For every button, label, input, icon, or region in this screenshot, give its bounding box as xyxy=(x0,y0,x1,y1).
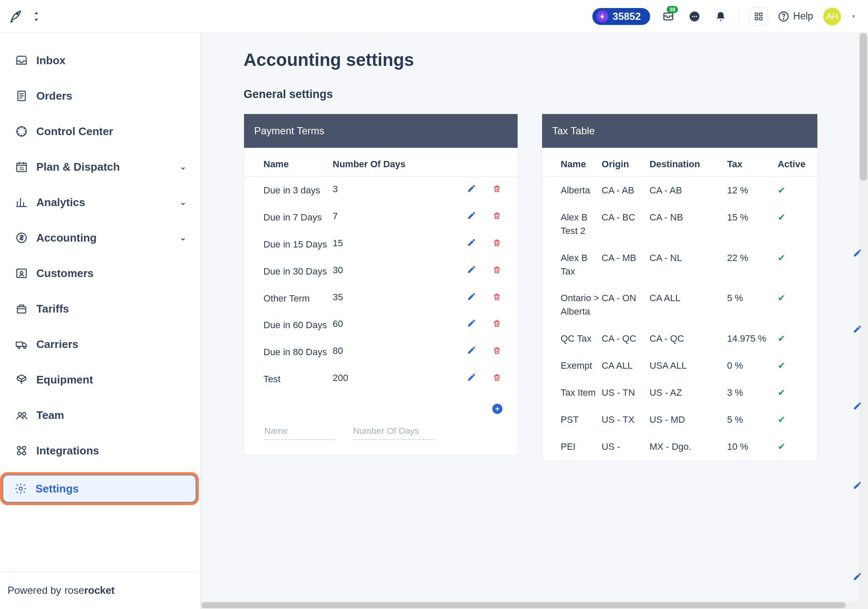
dollar-icon xyxy=(14,231,29,245)
powered-by-brand[interactable]: roserocket xyxy=(65,585,115,596)
help-button[interactable]: Help xyxy=(778,11,813,22)
inbox-topbar-icon[interactable]: 38 xyxy=(660,8,676,24)
tax-dest: CA ALL xyxy=(649,285,727,325)
customer-icon xyxy=(14,266,29,280)
svg-rect-19 xyxy=(17,307,26,313)
main: Accounting settings General settings Pay… xyxy=(201,33,868,609)
control-icon xyxy=(14,124,29,139)
delete-payment-term-button[interactable] xyxy=(491,373,503,382)
tax-pct: 15 % xyxy=(727,204,778,245)
orders-icon xyxy=(14,89,29,103)
payment-term-row: Due in 30 Days30 xyxy=(244,258,518,285)
edit-payment-term-button[interactable] xyxy=(465,372,478,382)
tax-row: QC TaxCA - QCCA - QC14.975 %✔ xyxy=(542,325,817,352)
sidebar-item-label: Accounting xyxy=(36,231,172,245)
tax-row: Alex B TaxCA - MBCA - NL22 %✔ xyxy=(542,245,817,285)
tax-active: ✔ xyxy=(778,204,817,245)
sidebar-item-customers[interactable]: Customers xyxy=(0,262,201,285)
tax-active: ✔ xyxy=(778,177,817,204)
delete-payment-term-button[interactable] xyxy=(491,212,503,220)
bell-icon[interactable] xyxy=(713,8,729,24)
sidebar-item-analytics[interactable]: Analytics⌄ xyxy=(0,191,201,214)
tax-origin: CA - BC xyxy=(602,204,649,245)
new-term-name-input[interactable] xyxy=(263,422,335,440)
pt-name: Due in 80 Days xyxy=(244,339,333,366)
page-title: Accounting settings xyxy=(244,50,851,70)
tax-name: Alex B Test 2 xyxy=(542,204,602,245)
sidebar-item-tariffs[interactable]: Tariffs xyxy=(0,297,201,320)
new-term-days-input[interactable] xyxy=(352,422,437,440)
col-tt-origin: Origin xyxy=(602,148,649,177)
payment-term-row: Due in 3 days3 xyxy=(244,177,518,204)
svg-rect-6 xyxy=(755,13,758,15)
edit-payment-term-button[interactable] xyxy=(465,184,478,193)
svg-point-29 xyxy=(19,487,22,490)
svg-point-21 xyxy=(18,346,20,348)
sidebar-item-label: Control Center xyxy=(36,125,186,138)
sidebar-item-orders[interactable]: Orders xyxy=(0,84,201,107)
sidebar-item-label: Settings xyxy=(35,482,185,495)
delete-payment-term-button[interactable] xyxy=(491,266,503,274)
avatar-menu-caret-icon[interactable]: ▼ xyxy=(851,14,856,19)
edit-tax-row-button[interactable] xyxy=(853,324,862,335)
tax-origin: CA - MB xyxy=(602,245,649,285)
delete-payment-term-button[interactable] xyxy=(491,293,503,301)
equipment-icon xyxy=(14,372,29,387)
sidebar-item-accounting[interactable]: Accounting⌄ xyxy=(0,226,201,249)
pt-name: Other Term xyxy=(244,285,333,312)
vertical-scroll-thumb[interactable] xyxy=(860,33,867,181)
bolt-icon xyxy=(597,11,608,22)
sidebar-item-integrations[interactable]: Integrations xyxy=(0,439,201,462)
sidebar-item-control-center[interactable]: Control Center xyxy=(0,120,201,143)
sidebar-item-carriers[interactable]: Carriers xyxy=(0,333,201,356)
check-icon: ✔ xyxy=(778,185,785,196)
pt-name: Due in 30 Days xyxy=(244,258,333,285)
delete-payment-term-button[interactable] xyxy=(491,346,503,355)
edit-tax-row-button[interactable] xyxy=(853,401,862,412)
app-grid-icon[interactable] xyxy=(749,7,768,26)
edit-tax-row-button[interactable] xyxy=(853,248,862,259)
tax-row: ExemptCA ALLUSA ALL0 %✔ xyxy=(542,352,817,379)
check-icon: ✔ xyxy=(778,387,785,398)
payment-term-row: Test200 xyxy=(244,366,518,393)
tax-origin: CA - ON xyxy=(602,285,649,325)
svg-point-0 xyxy=(16,13,18,14)
delete-payment-term-button[interactable] xyxy=(491,185,503,193)
edit-payment-term-button[interactable] xyxy=(465,211,478,220)
svg-rect-9 xyxy=(760,17,762,19)
chat-icon[interactable] xyxy=(686,8,703,24)
add-payment-term-button[interactable]: + xyxy=(492,404,502,414)
horizontal-scroll-track[interactable] xyxy=(201,601,859,609)
col-tt-tax: Tax xyxy=(727,148,778,177)
edit-payment-term-button[interactable] xyxy=(465,292,478,301)
sidebar-item-plan-dispatch[interactable]: 31Plan & Dispatch⌄ xyxy=(0,155,201,178)
edit-tax-row-button[interactable] xyxy=(853,481,862,492)
svg-point-27 xyxy=(17,452,21,455)
sidebar-item-team[interactable]: Team xyxy=(0,404,201,427)
pt-days: 35 xyxy=(333,285,430,312)
sidebar-item-inbox[interactable]: Inbox xyxy=(0,49,201,72)
svg-point-26 xyxy=(23,446,26,450)
tax-active: ✔ xyxy=(778,325,817,352)
section-title: General settings xyxy=(244,88,851,101)
delete-payment-term-button[interactable] xyxy=(491,239,503,247)
edit-payment-term-button[interactable] xyxy=(465,318,478,328)
payment-terms-table: Name Number Of Days Due in 3 days3Due in… xyxy=(244,148,518,393)
delete-payment-term-button[interactable] xyxy=(491,319,503,328)
avatar[interactable]: AH xyxy=(823,8,841,25)
edit-payment-term-button[interactable] xyxy=(465,238,478,247)
sidebar-item-settings[interactable]: Settings xyxy=(3,475,196,503)
tax-name: PEI xyxy=(542,433,602,460)
horizontal-scroll-thumb[interactable] xyxy=(201,602,846,608)
chevron-down-icon: ⌄ xyxy=(180,162,186,171)
edit-payment-term-button[interactable] xyxy=(465,265,478,274)
tax-name: Alberta xyxy=(542,177,602,204)
app-logo-icon[interactable] xyxy=(8,8,24,25)
sidebar-item-equipment[interactable]: Equipment xyxy=(0,368,201,391)
topbar: 35852 38 Help AH ▼ xyxy=(0,0,868,33)
credits-pill[interactable]: 35852 xyxy=(592,8,650,25)
edit-payment-term-button[interactable] xyxy=(465,345,478,355)
sidebar: InboxOrdersControl Center31Plan & Dispat… xyxy=(0,33,201,609)
workspace-selector-icon[interactable] xyxy=(33,12,40,21)
edit-tax-row-button[interactable] xyxy=(853,572,862,583)
